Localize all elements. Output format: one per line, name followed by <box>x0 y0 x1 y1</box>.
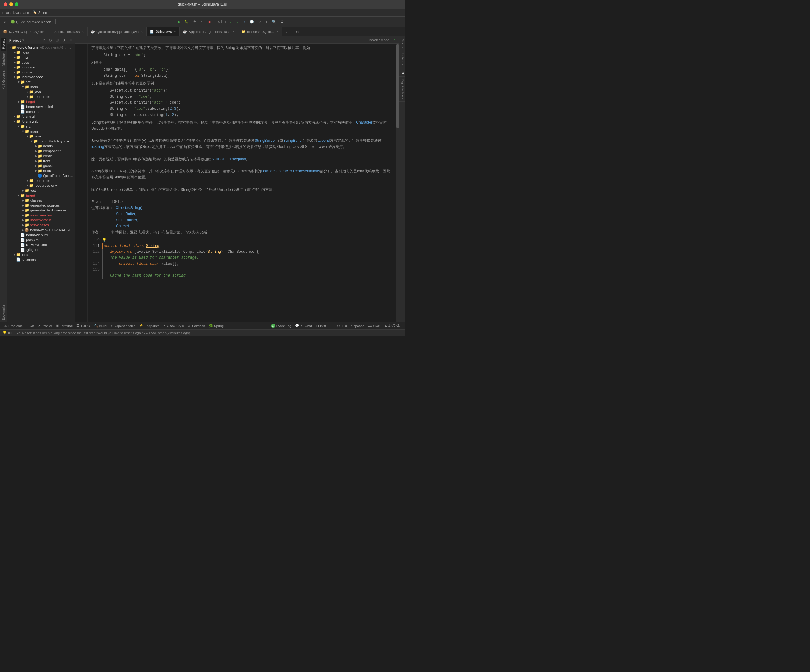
tab-snapshot-close[interactable]: ✕ <box>82 30 84 33</box>
settings-button[interactable]: ⚙ <box>279 19 285 24</box>
status-position[interactable]: 111:20 <box>314 322 328 329</box>
sidebar-close-btn[interactable]: ✕ <box>68 37 73 43</box>
tree-service-pom[interactable]: ▶ 📄 pom.xml <box>7 109 75 114</box>
git-check2[interactable]: ✓ <box>235 19 240 24</box>
status-dependencies[interactable]: ◈ Dependencies <box>108 322 137 329</box>
tree-web-front[interactable]: ▶ 📁 front <box>7 159 75 164</box>
tabs-more-button[interactable]: ⌄ <box>284 27 289 36</box>
git-check[interactable]: ✓ <box>228 19 233 24</box>
tree-web-src[interactable]: ▼ 📁 src <box>7 124 75 129</box>
status-endpoints[interactable]: ⚡ Endpoints <box>137 322 161 329</box>
rvl-bigdata[interactable]: Big Data Tools <box>400 77 405 102</box>
translate-button[interactable]: T <box>264 19 269 24</box>
tabs-split-button[interactable]: m <box>295 27 300 36</box>
tree-web-java[interactable]: ▼ 📁 java <box>7 134 75 139</box>
run-config-dropdown[interactable]: 🟢 QuickForumApplication <box>10 19 52 24</box>
tree-target-jar[interactable]: ▶ 📦 forum-web-0.0.1-SNAPSH… <box>7 228 75 233</box>
git-rollback[interactable]: ↩ <box>257 19 262 24</box>
tree-forum-service[interactable]: ▼ 📁 forum-service <box>7 74 75 79</box>
tree-gitignore2[interactable]: ▶ 📄 .gitignore <box>7 257 75 262</box>
close-button[interactable] <box>4 2 7 6</box>
tree-web-test[interactable]: ▶ 📁 test <box>7 188 75 193</box>
status-indent[interactable]: 4 spaces <box>349 322 366 329</box>
tab-classes[interactable]: 📁 classes/…/Quic… ✕ <box>238 27 282 36</box>
run-button[interactable]: ▶ <box>177 19 182 24</box>
tree-target-testcls[interactable]: ▶ 📁 test-classes <box>7 223 75 228</box>
profile-button[interactable]: ⏱ <box>199 19 205 24</box>
tree-target-archiver[interactable]: ▶ 📁 maven-archiver <box>7 213 75 218</box>
sidebar-settings-btn[interactable]: ⚙ <box>61 37 67 43</box>
vtab-structure[interactable]: Structure <box>1 51 6 68</box>
tree-target-status[interactable]: ▶ 📁 maven-status <box>7 218 75 223</box>
tab-qfa-close[interactable]: ✕ <box>141 30 143 33</box>
editor-scrollbar[interactable] <box>396 44 400 322</box>
tree-service-target[interactable]: ▶ 📁 target <box>7 99 75 104</box>
tab-string-close[interactable]: ✕ <box>174 30 176 33</box>
tree-idea[interactable]: ▶ 📁 .idea <box>7 50 75 55</box>
vtab-bookmarks[interactable]: Bookmarks <box>1 303 6 322</box>
rvl-database[interactable]: Database <box>400 51 405 69</box>
tree-form-api[interactable]: ▶ 📁 form-api <box>7 65 75 70</box>
status-git[interactable]: ⑂ Git <box>24 322 35 329</box>
tree-web-component[interactable]: ▶ 📁 component <box>7 149 75 154</box>
coverage-button[interactable]: ☂ <box>192 19 197 24</box>
tree-web-res-env[interactable]: ▶ 📁 resources-env <box>7 183 75 188</box>
status-services[interactable]: ⛭ Services <box>186 322 207 329</box>
sidebar-collapse-btn[interactable]: ⊞ <box>54 37 60 43</box>
scrollbar-thumb[interactable] <box>397 44 399 128</box>
tree-web-hook[interactable]: ▶ 📁 hook <box>7 168 75 173</box>
status-profiler[interactable]: ◔ Profiler <box>36 322 54 329</box>
editor-scroll[interactable]: 字符串是常量；它们的值在创建后无法更改。字符串缓冲区支持可变字符串。因为 Str… <box>75 44 400 322</box>
tree-web-iml[interactable]: ▶ 📄 forum-web.iml <box>7 233 75 237</box>
tree-forum-ui[interactable]: ▶ 📁 forum-ui <box>7 114 75 119</box>
tree-web-resources[interactable]: ▶ 📁 resources <box>7 178 75 183</box>
code-content[interactable]: 字符串是常量；它们的值在创建后无法更改。字符串缓冲区支持可变字符串。因为 Str… <box>88 44 396 322</box>
status-warnings[interactable]: ▲ 1△/0↑2↓ <box>382 322 403 329</box>
bulb-icon[interactable]: 💡 <box>102 237 106 243</box>
rvl-d[interactable]: D <box>400 69 405 77</box>
tree-docs[interactable]: ▶ 📁 docs <box>7 60 75 65</box>
tabs-settings-button[interactable]: ⋯ <box>289 27 295 36</box>
tab-appargs[interactable]: ☕ ApplicationArguments.class ✕ <box>180 27 238 36</box>
tree-target-gentest[interactable]: ▶ 📁 generated-test-sources <box>7 208 75 213</box>
tab-snapshot[interactable]: 📦 NAPSHOT.jar!/…/QuickForumApplication.c… <box>0 27 88 36</box>
breadcrumb-lang[interactable]: lang <box>23 11 29 15</box>
tree-target-classes[interactable]: ▶ 📁 classes <box>7 198 75 203</box>
breadcrumb-java[interactable]: java <box>13 11 19 15</box>
tree-logs[interactable]: ▶ 📁 logs <box>7 252 75 257</box>
tab-appargs-close[interactable]: ✕ <box>233 30 235 33</box>
status-todo[interactable]: ☰ TODO <box>74 322 92 329</box>
status-linesep[interactable]: LF <box>328 322 336 329</box>
add-config-button[interactable]: ⊕ <box>2 19 8 24</box>
tab-string[interactable]: 📄 String.java ✕ <box>147 27 180 36</box>
tree-web-pkg[interactable]: ▼ 📁 com.github.liuyueyi <box>7 139 75 144</box>
minimize-button[interactable] <box>9 2 13 6</box>
tab-qfa[interactable]: ☕ QuickForumApplication.java ✕ <box>88 27 147 36</box>
status-checkstyle[interactable]: ✔ CheckStyle <box>161 322 186 329</box>
status-problems[interactable]: ⚠ Problems <box>2 322 24 329</box>
tree-service-iml[interactable]: ▶ 📄 forum-service.iml <box>7 104 75 109</box>
tree-web-pom[interactable]: ▶ 📄 pom.xml <box>7 237 75 242</box>
vtab-project[interactable]: Project <box>1 37 6 51</box>
tree-web-qfa-class[interactable]: ▶ 🔵 QuickForumAppl… <box>7 173 75 178</box>
git-history[interactable]: 🕐 <box>248 19 255 24</box>
tree-mvn[interactable]: ▶ 📁 .mvn <box>7 55 75 60</box>
tree-web-admin[interactable]: ▶ 📁 admin <box>7 144 75 149</box>
status-terminal[interactable]: ▣ Terminal <box>54 322 74 329</box>
breadcrumb-rt[interactable]: rt.jar <box>2 11 9 15</box>
maximize-button[interactable] <box>15 2 19 6</box>
tree-web-readme[interactable]: ▶ 📄 README.md <box>7 242 75 247</box>
sidebar-locate-btn[interactable]: ◎ <box>48 37 53 43</box>
tree-web-config[interactable]: ▶ 📁 config <box>7 154 75 159</box>
tree-service-src[interactable]: ▼ 📁 src <box>7 79 75 84</box>
tree-target-gensrc[interactable]: ▶ 📁 generated-sources <box>7 203 75 208</box>
stop-button[interactable]: ■ <box>207 19 212 24</box>
tree-service-resources[interactable]: ▶ 📁 resources <box>7 95 75 99</box>
tab-classes-close[interactable]: ✕ <box>277 30 279 33</box>
tree-web-global[interactable]: ▶ 📁 global <box>7 164 75 168</box>
tree-forum-web[interactable]: ▼ 📁 forum-web <box>7 119 75 124</box>
tree-service-java[interactable]: ▶ 📁 java <box>7 89 75 95</box>
search-button[interactable]: 🔍 <box>271 19 277 24</box>
rvl-maven[interactable]: Maven <box>400 36 405 51</box>
status-eventlog[interactable]: 1 Event Log <box>269 322 294 329</box>
